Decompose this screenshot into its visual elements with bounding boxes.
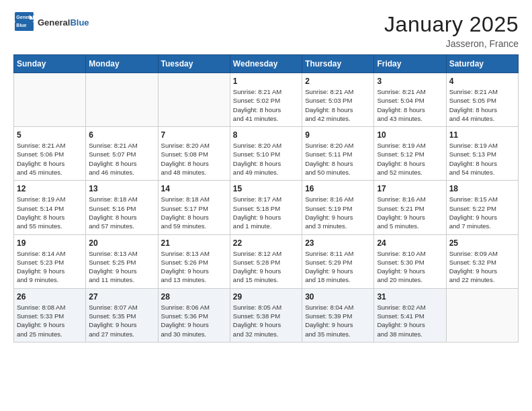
day-cell (14, 73, 86, 127)
svg-text:Blue: Blue (16, 23, 26, 28)
day-number: 2 (305, 77, 371, 86)
day-number: 29 (233, 292, 299, 302)
day-number: 21 (161, 238, 227, 248)
day-number: 19 (17, 238, 83, 248)
day-cell: 8Sunrise: 8:20 AM Sunset: 5:10 PM Daylig… (230, 127, 302, 181)
day-header-friday: Friday (374, 55, 446, 73)
day-number: 6 (89, 130, 154, 140)
week-row-3: 12Sunrise: 8:19 AM Sunset: 5:14 PM Dayli… (14, 181, 519, 234)
day-number: 15 (233, 184, 299, 193)
day-cell: 11Sunrise: 8:19 AM Sunset: 5:13 PM Dayli… (446, 127, 518, 181)
days-header-row: SundayMondayTuesdayWednesdayThursdayFrid… (14, 55, 519, 73)
day-number: 10 (377, 130, 443, 140)
day-cell: 2Sunrise: 8:21 AM Sunset: 5:03 PM Daylig… (302, 73, 374, 127)
header: General Blue GeneralBlue January 2025 Ja… (13, 12, 519, 49)
day-info: Sunrise: 8:13 AM Sunset: 5:26 PM Dayligh… (161, 249, 227, 285)
day-info: Sunrise: 8:18 AM Sunset: 5:16 PM Dayligh… (89, 195, 154, 230)
day-cell: 3Sunrise: 8:21 AM Sunset: 5:04 PM Daylig… (374, 73, 446, 127)
day-cell: 5Sunrise: 8:21 AM Sunset: 5:06 PM Daylig… (14, 127, 86, 181)
day-cell: 19Sunrise: 8:14 AM Sunset: 5:23 PM Dayli… (14, 234, 86, 288)
day-cell: 27Sunrise: 8:07 AM Sunset: 5:35 PM Dayli… (86, 288, 158, 342)
day-number: 17 (377, 184, 443, 193)
day-info: Sunrise: 8:19 AM Sunset: 5:13 PM Dayligh… (449, 141, 515, 177)
day-info: Sunrise: 8:21 AM Sunset: 5:06 PM Dayligh… (17, 141, 83, 177)
day-number: 9 (305, 130, 371, 140)
day-info: Sunrise: 8:21 AM Sunset: 5:02 PM Dayligh… (233, 87, 299, 123)
day-info: Sunrise: 8:20 AM Sunset: 5:11 PM Dayligh… (305, 141, 371, 177)
day-info: Sunrise: 8:18 AM Sunset: 5:17 PM Dayligh… (161, 195, 227, 230)
day-header-wednesday: Wednesday (230, 55, 302, 73)
day-header-monday: Monday (86, 55, 158, 73)
day-info: Sunrise: 8:12 AM Sunset: 5:28 PM Dayligh… (233, 249, 299, 285)
day-cell: 12Sunrise: 8:19 AM Sunset: 5:14 PM Dayli… (14, 181, 86, 234)
day-cell: 24Sunrise: 8:10 AM Sunset: 5:30 PM Dayli… (374, 234, 446, 288)
day-cell: 16Sunrise: 8:16 AM Sunset: 5:19 PM Dayli… (302, 181, 374, 234)
day-number: 28 (161, 292, 227, 302)
day-number: 5 (17, 130, 83, 140)
day-cell: 23Sunrise: 8:11 AM Sunset: 5:29 PM Dayli… (302, 234, 374, 288)
day-header-thursday: Thursday (302, 55, 374, 73)
day-info: Sunrise: 8:20 AM Sunset: 5:10 PM Dayligh… (233, 141, 299, 177)
day-number: 20 (89, 238, 154, 248)
day-number: 22 (233, 238, 299, 248)
day-cell: 9Sunrise: 8:20 AM Sunset: 5:11 PM Daylig… (302, 127, 374, 181)
day-cell: 13Sunrise: 8:18 AM Sunset: 5:16 PM Dayli… (86, 181, 158, 234)
day-number: 24 (377, 238, 443, 248)
day-info: Sunrise: 8:07 AM Sunset: 5:35 PM Dayligh… (89, 303, 154, 338)
week-row-1: 1Sunrise: 8:21 AM Sunset: 5:02 PM Daylig… (14, 73, 519, 127)
day-info: Sunrise: 8:04 AM Sunset: 5:39 PM Dayligh… (305, 303, 371, 338)
day-cell: 7Sunrise: 8:20 AM Sunset: 5:08 PM Daylig… (158, 127, 230, 181)
day-number: 26 (17, 292, 83, 302)
day-number: 14 (161, 184, 227, 193)
day-cell: 26Sunrise: 8:08 AM Sunset: 5:33 PM Dayli… (14, 288, 86, 342)
day-info: Sunrise: 8:21 AM Sunset: 5:03 PM Dayligh… (305, 87, 371, 123)
day-cell: 31Sunrise: 8:02 AM Sunset: 5:41 PM Dayli… (374, 288, 446, 342)
day-cell: 20Sunrise: 8:13 AM Sunset: 5:25 PM Dayli… (86, 234, 158, 288)
day-info: Sunrise: 8:11 AM Sunset: 5:29 PM Dayligh… (305, 249, 371, 285)
day-info: Sunrise: 8:16 AM Sunset: 5:21 PM Dayligh… (377, 195, 443, 230)
day-number: 12 (17, 184, 83, 193)
day-info: Sunrise: 8:21 AM Sunset: 5:04 PM Dayligh… (377, 87, 443, 123)
day-header-tuesday: Tuesday (158, 55, 230, 73)
day-header-sunday: Sunday (14, 55, 86, 73)
calendar-table: SundayMondayTuesdayWednesdayThursdayFrid… (13, 54, 519, 342)
week-row-2: 5Sunrise: 8:21 AM Sunset: 5:06 PM Daylig… (14, 127, 519, 181)
day-info: Sunrise: 8:20 AM Sunset: 5:08 PM Dayligh… (161, 141, 227, 177)
day-info: Sunrise: 8:19 AM Sunset: 5:12 PM Dayligh… (377, 141, 443, 177)
day-info: Sunrise: 8:06 AM Sunset: 5:36 PM Dayligh… (161, 303, 227, 338)
day-cell: 17Sunrise: 8:16 AM Sunset: 5:21 PM Dayli… (374, 181, 446, 234)
day-cell: 15Sunrise: 8:17 AM Sunset: 5:18 PM Dayli… (230, 181, 302, 234)
day-number: 25 (449, 238, 515, 248)
day-cell: 29Sunrise: 8:05 AM Sunset: 5:38 PM Dayli… (230, 288, 302, 342)
day-cell (86, 73, 158, 127)
week-row-5: 26Sunrise: 8:08 AM Sunset: 5:33 PM Dayli… (14, 288, 519, 342)
day-cell (446, 288, 518, 342)
day-cell: 22Sunrise: 8:12 AM Sunset: 5:28 PM Dayli… (230, 234, 302, 288)
day-info: Sunrise: 8:17 AM Sunset: 5:18 PM Dayligh… (233, 195, 299, 230)
day-info: Sunrise: 8:14 AM Sunset: 5:23 PM Dayligh… (17, 249, 83, 285)
location: Jasseron, France (384, 38, 519, 49)
month-title: January 2025 (384, 12, 519, 37)
logo-icon: General Blue (15, 12, 34, 31)
day-cell (158, 73, 230, 127)
day-number: 8 (233, 130, 299, 140)
day-number: 18 (449, 184, 515, 193)
logo: General Blue GeneralBlue (13, 12, 89, 34)
day-info: Sunrise: 8:19 AM Sunset: 5:14 PM Dayligh… (17, 195, 83, 230)
day-info: Sunrise: 8:16 AM Sunset: 5:19 PM Dayligh… (305, 195, 371, 230)
day-cell: 14Sunrise: 8:18 AM Sunset: 5:17 PM Dayli… (158, 181, 230, 234)
day-cell: 1Sunrise: 8:21 AM Sunset: 5:02 PM Daylig… (230, 73, 302, 127)
page: General Blue GeneralBlue January 2025 Ja… (0, 0, 532, 355)
day-info: Sunrise: 8:21 AM Sunset: 5:05 PM Dayligh… (449, 87, 515, 123)
day-info: Sunrise: 8:02 AM Sunset: 5:41 PM Dayligh… (377, 303, 443, 338)
day-number: 7 (161, 130, 227, 140)
day-number: 11 (449, 130, 515, 140)
week-row-4: 19Sunrise: 8:14 AM Sunset: 5:23 PM Dayli… (14, 234, 519, 288)
day-number: 30 (305, 292, 371, 302)
day-cell: 21Sunrise: 8:13 AM Sunset: 5:26 PM Dayli… (158, 234, 230, 288)
logo-general: General (38, 17, 70, 28)
day-info: Sunrise: 8:21 AM Sunset: 5:07 PM Dayligh… (89, 141, 154, 177)
day-number: 23 (305, 238, 371, 248)
day-cell: 18Sunrise: 8:15 AM Sunset: 5:22 PM Dayli… (446, 181, 518, 234)
day-info: Sunrise: 8:08 AM Sunset: 5:33 PM Dayligh… (17, 303, 83, 338)
